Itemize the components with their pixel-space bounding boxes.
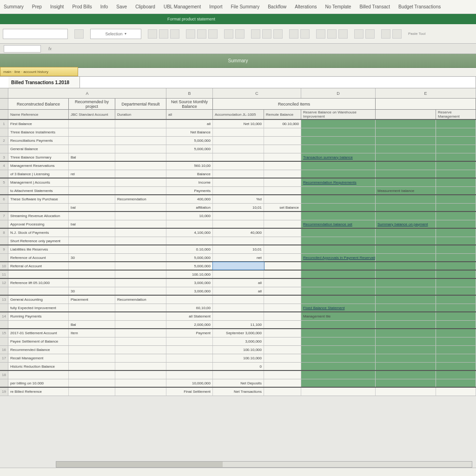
cell[interactable]	[213, 371, 264, 379]
cell[interactable]	[376, 162, 436, 170]
cell[interactable]	[115, 388, 166, 396]
cell[interactable]	[115, 145, 166, 153]
cell[interactable]: Recommendation balance set	[301, 220, 376, 228]
cell[interactable]	[166, 346, 213, 354]
cell[interactable]	[301, 187, 376, 194]
cell[interactable]	[436, 388, 476, 396]
cell[interactable]: 30	[69, 287, 115, 295]
cell[interactable]	[301, 371, 376, 379]
bold-icon[interactable]	[148, 29, 157, 39]
cell[interactable]: of 3 Balance | Licensing	[8, 170, 69, 178]
cell[interactable]	[115, 120, 166, 128]
row-header[interactable]: 4	[0, 162, 8, 170]
cell[interactable]: Reconciled Approvals in Payment Reservat…	[301, 254, 376, 261]
cell[interactable]: 30	[69, 254, 115, 261]
cell[interactable]	[264, 379, 301, 387]
cell[interactable]	[69, 212, 115, 220]
cell[interactable]	[264, 220, 301, 228]
menu-item[interactable]: Info	[100, 4, 108, 9]
menu-item[interactable]: Summary	[4, 4, 24, 9]
cell[interactable]	[115, 321, 166, 328]
cell[interactable]	[115, 170, 166, 178]
cell[interactable]	[69, 145, 115, 153]
cell[interactable]: rel	[69, 170, 115, 178]
cell[interactable]: Short Reference only payment	[8, 237, 69, 245]
cell[interactable]	[69, 187, 115, 194]
menu-item[interactable]: UBL Management	[164, 4, 201, 9]
cell[interactable]	[264, 296, 301, 304]
cell[interactable]	[436, 354, 476, 362]
cell[interactable]	[166, 337, 213, 345]
cell[interactable]	[301, 388, 376, 396]
cell[interactable]	[69, 363, 115, 370]
cell[interactable]	[436, 287, 476, 295]
row-header[interactable]: 1	[0, 120, 8, 128]
cell[interactable]	[115, 212, 166, 220]
cell[interactable]	[69, 271, 115, 278]
cell[interactable]: Recommendation Requirements	[301, 178, 376, 186]
cell[interactable]	[69, 388, 115, 396]
cell[interactable]: Recall Management	[8, 354, 69, 362]
cell[interactable]	[115, 279, 166, 287]
cell[interactable]	[376, 388, 436, 396]
row-header[interactable]	[0, 379, 8, 387]
currency-icon[interactable]	[251, 29, 260, 39]
cell[interactable]	[376, 346, 436, 354]
cell[interactable]	[69, 337, 115, 345]
row-header[interactable]: 3	[0, 153, 8, 161]
cell[interactable]	[436, 254, 476, 261]
cell[interactable]	[264, 363, 301, 370]
menu-item[interactable]: Insight	[50, 4, 64, 9]
cell[interactable]	[436, 321, 476, 328]
cell[interactable]: fully Expected Improvement	[8, 304, 69, 311]
cell[interactable]: 3,000,000	[166, 287, 213, 295]
cell[interactable]	[8, 204, 69, 211]
cell[interactable]: 100.10,000	[166, 271, 213, 278]
cell[interactable]	[213, 296, 264, 304]
cell[interactable]	[115, 187, 166, 194]
cell[interactable]	[213, 271, 264, 278]
cell[interactable]	[376, 212, 436, 220]
cell[interactable]	[436, 137, 476, 145]
cell[interactable]: Net Balance	[166, 128, 213, 136]
cell[interactable]	[301, 354, 376, 362]
row-header[interactable]	[0, 170, 8, 178]
cell[interactable]	[264, 329, 301, 337]
cell[interactable]	[264, 229, 301, 237]
cell[interactable]: General Accounting	[8, 296, 69, 304]
paste-icon[interactable]	[74, 29, 84, 39]
cell[interactable]: all	[213, 287, 264, 295]
row-header[interactable]: 8	[0, 229, 8, 237]
cell[interactable]	[69, 162, 115, 170]
cell[interactable]	[301, 137, 376, 145]
cell[interactable]: Reference lift 05.10,000	[8, 279, 69, 287]
cell[interactable]: 10,000	[166, 212, 213, 220]
cell[interactable]	[301, 346, 376, 354]
cell[interactable]	[8, 287, 69, 295]
cell[interactable]: September 3,000,000	[213, 329, 264, 337]
cell[interactable]	[436, 195, 476, 203]
cell[interactable]	[376, 195, 436, 203]
cell[interactable]	[376, 304, 436, 311]
col-header-d[interactable]: D	[301, 88, 376, 98]
row-header[interactable]: 13	[0, 296, 8, 304]
cell[interactable]: Liabilities lite Reserves	[8, 245, 69, 253]
select-all-corner[interactable]	[0, 88, 8, 98]
cell[interactable]: Summary balance on payment	[376, 220, 436, 228]
cell[interactable]	[264, 162, 301, 170]
row-header[interactable]	[0, 363, 8, 370]
cell[interactable]	[213, 304, 264, 311]
row-header[interactable]: 5	[0, 178, 8, 186]
cell[interactable]	[115, 237, 166, 245]
cell[interactable]	[213, 237, 264, 245]
align-center-icon[interactable]	[197, 29, 206, 39]
cell[interactable]	[213, 220, 264, 228]
comma-icon[interactable]	[273, 29, 283, 39]
cell[interactable]	[264, 271, 301, 278]
cell[interactable]	[436, 187, 476, 194]
cell[interactable]	[436, 220, 476, 228]
cell[interactable]: Management tile	[301, 312, 376, 320]
cell[interactable]	[436, 296, 476, 304]
cell[interactable]	[8, 321, 69, 328]
cell[interactable]: bal	[69, 220, 115, 228]
